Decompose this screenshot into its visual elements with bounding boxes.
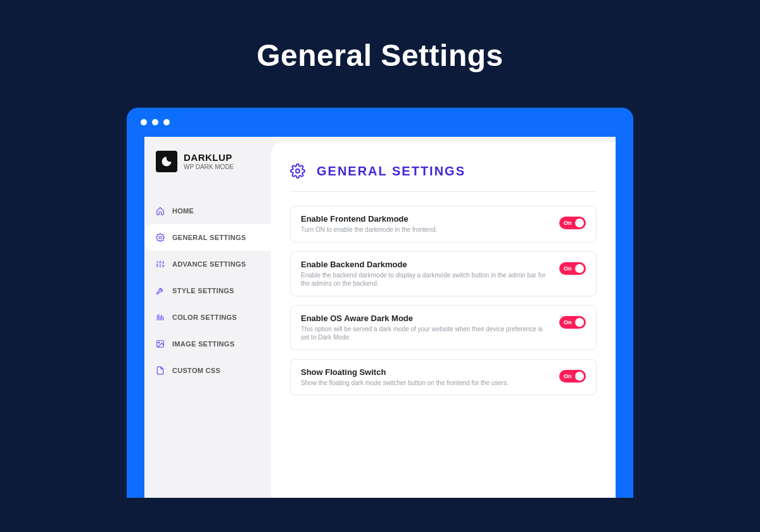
toggle-label: On bbox=[564, 265, 572, 272]
image-icon bbox=[156, 339, 165, 348]
sidebar-item-label: STYLE SETTINGS bbox=[172, 287, 234, 294]
setting-description: Turn ON to enable the darkmode in the fr… bbox=[301, 225, 550, 234]
setting-info: Enable Backend Darkmode Enable the backe… bbox=[301, 260, 550, 288]
setting-description: Enable the backend darkmode to display a… bbox=[301, 271, 550, 288]
setting-title: Enable OS Aware Dark Mode bbox=[301, 314, 550, 323]
sidebar-item-home[interactable]: HOME bbox=[144, 198, 271, 224]
toggle-label: On bbox=[564, 220, 572, 226]
palette-icon bbox=[156, 313, 165, 322]
sliders-icon bbox=[156, 260, 165, 269]
code-icon bbox=[156, 366, 165, 375]
chrome-dot bbox=[141, 119, 147, 125]
setting-info: Show Floating Switch Show the floating d… bbox=[301, 367, 550, 388]
setting-info: Enable Frontend Darkmode Turn ON to enab… bbox=[301, 214, 550, 234]
setting-description: Show the floating dark mode switcher but… bbox=[301, 379, 550, 388]
nav: HOME GENERAL SETTINGS ADVANCE SETTINGS bbox=[144, 198, 271, 384]
toggle-knob bbox=[575, 218, 584, 227]
sidebar-item-label: COLOR SETTINGS bbox=[172, 314, 237, 321]
setting-card: Enable Backend Darkmode Enable the backe… bbox=[290, 251, 597, 296]
browser-window: DARKLUP WP DARK MODE HOME bbox=[127, 108, 633, 498]
toggle-os-aware-darkmode[interactable]: On bbox=[559, 316, 586, 329]
sidebar-item-color-settings[interactable]: COLOR SETTINGS bbox=[144, 304, 271, 331]
toggle-frontend-darkmode[interactable]: On bbox=[559, 217, 586, 229]
sidebar: DARKLUP WP DARK MODE HOME bbox=[144, 137, 271, 498]
setting-card: Enable OS Aware Dark Mode This option wi… bbox=[290, 305, 597, 350]
toggle-label: On bbox=[564, 319, 572, 326]
sidebar-item-image-settings[interactable]: IMAGE SETTINGS bbox=[144, 331, 271, 357]
tools-icon bbox=[156, 286, 165, 295]
app-frame: DARKLUP WP DARK MODE HOME bbox=[127, 137, 633, 498]
home-icon bbox=[156, 206, 165, 215]
svg-point-17 bbox=[296, 169, 300, 173]
sidebar-item-label: HOME bbox=[172, 207, 194, 215]
content-title: GENERAL SETTINGS bbox=[317, 164, 466, 179]
sidebar-item-label: GENERAL SETTINGS bbox=[172, 234, 246, 241]
toggle-backend-darkmode[interactable]: On bbox=[559, 262, 586, 275]
chrome-dot bbox=[152, 119, 158, 125]
window-chrome bbox=[127, 108, 633, 137]
sidebar-item-general-settings[interactable]: GENERAL SETTINGS bbox=[144, 224, 271, 251]
brand-subtitle: WP DARK MODE bbox=[184, 163, 234, 170]
sidebar-item-style-settings[interactable]: STYLE SETTINGS bbox=[144, 277, 271, 304]
svg-point-16 bbox=[158, 342, 160, 343]
sidebar-item-advance-settings[interactable]: ADVANCE SETTINGS bbox=[144, 251, 271, 277]
setting-info: Enable OS Aware Dark Mode This option wi… bbox=[301, 314, 550, 342]
brand-name: DARKLUP bbox=[184, 153, 234, 163]
sidebar-item-label: CUSTOM CSS bbox=[172, 367, 220, 374]
sidebar-item-label: ADVANCE SETTINGS bbox=[172, 260, 246, 268]
svg-point-0 bbox=[159, 236, 162, 239]
setting-title: Enable Backend Darkmode bbox=[301, 260, 550, 269]
setting-description: This option will be served a dark mode o… bbox=[301, 325, 550, 342]
app-inner: DARKLUP WP DARK MODE HOME bbox=[144, 137, 616, 498]
toggle-label: On bbox=[564, 373, 572, 379]
toggle-knob bbox=[575, 372, 584, 381]
brand-text: DARKLUP WP DARK MODE bbox=[184, 153, 234, 170]
setting-title: Enable Frontend Darkmode bbox=[301, 214, 550, 224]
content: GENERAL SETTINGS Enable Frontend Darkmod… bbox=[271, 142, 616, 498]
toggle-knob bbox=[575, 318, 584, 327]
gear-icon bbox=[290, 163, 305, 179]
brand-logo bbox=[156, 151, 177, 172]
page-title: General Settings bbox=[0, 38, 760, 73]
content-header: GENERAL SETTINGS bbox=[290, 163, 597, 192]
setting-card: Enable Frontend Darkmode Turn ON to enab… bbox=[290, 206, 597, 243]
chrome-dot bbox=[163, 119, 170, 125]
toggle-floating-switch[interactable]: On bbox=[559, 370, 586, 383]
gear-icon bbox=[156, 233, 165, 242]
sidebar-item-label: IMAGE SETTINGS bbox=[172, 340, 234, 348]
setting-title: Show Floating Switch bbox=[301, 367, 550, 377]
toggle-knob bbox=[575, 264, 584, 273]
setting-card: Show Floating Switch Show the floating d… bbox=[290, 359, 597, 396]
sidebar-item-custom-css[interactable]: CUSTOM CSS bbox=[144, 357, 271, 384]
brand: DARKLUP WP DARK MODE bbox=[144, 151, 271, 185]
